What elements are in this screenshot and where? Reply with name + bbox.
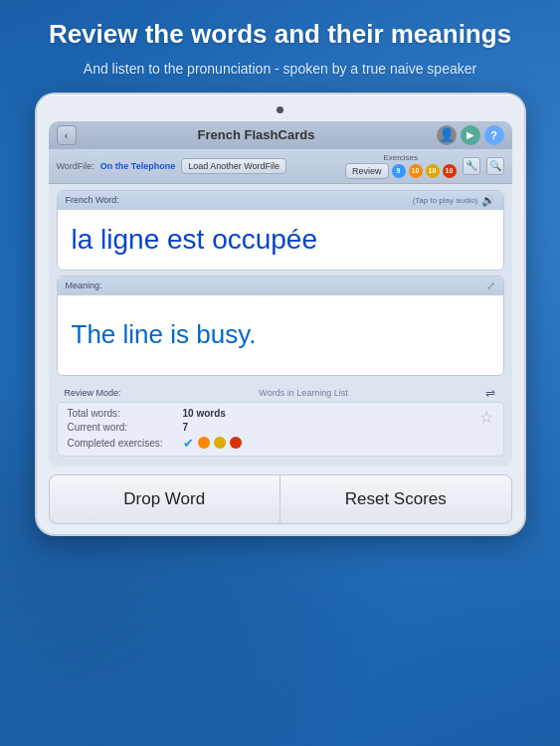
meaning-header: Meaning: ⤢	[58, 277, 503, 295]
meaning-card: Meaning: ⤢ The line is busy.	[57, 276, 504, 376]
settings-icon[interactable]: 🔧	[463, 157, 480, 175]
wordfile-label: WordFile:	[57, 161, 94, 171]
page-subtitle: And listen to the pronunciation - spoken…	[49, 59, 511, 79]
help-icon[interactable]: ?	[484, 125, 504, 145]
search-icon[interactable]: 🔍	[486, 157, 504, 175]
completed-row: Completed exercises: ✔	[68, 436, 242, 451]
french-word-header: French Word: (Tap to play audio) 🔊	[58, 191, 503, 210]
meaning-body: The line is busy.	[58, 295, 503, 375]
stats-rows: Total words: 10 words Current word: 7 Co…	[68, 408, 242, 451]
current-word-row: Current word: 7	[68, 422, 242, 433]
review-mode-header: Review Mode: Words in Learning List ⇌	[57, 383, 504, 402]
shuffle-icon[interactable]: ⇌	[485, 386, 495, 400]
meaning-label: Meaning:	[66, 280, 102, 290]
checkmark-icon: ✔	[183, 436, 194, 451]
current-word-value: 7	[183, 422, 189, 433]
review-button[interactable]: Review	[345, 163, 389, 179]
person-icon[interactable]: 👤	[437, 125, 457, 145]
dot-red	[230, 437, 242, 449]
load-wordfile-button[interactable]: Load Another WordFile	[181, 158, 286, 174]
badge-yellow: 10	[426, 164, 440, 178]
audio-hint: (Tap to play audio) 🔊	[413, 194, 495, 207]
exercises-label: Exercises	[383, 153, 418, 162]
tablet-frame: ‹ French FlashCards 👤 ▶ ? WordFile: On t…	[37, 94, 524, 534]
title-bar-icons: 👤 ▶ ?	[437, 125, 504, 145]
dot-orange	[198, 437, 210, 449]
page-title: Review the words and their meanings	[49, 18, 511, 51]
stats-box: Total words: 10 words Current word: 7 Co…	[57, 402, 504, 457]
app-title: French FlashCards	[83, 127, 431, 142]
reset-scores-button[interactable]: Reset Scores	[280, 474, 512, 524]
french-word-body: la ligne est occupée	[58, 210, 503, 270]
badge-blue: 9	[392, 164, 406, 178]
header-section: Review the words and their meanings And …	[49, 0, 511, 79]
tablet-camera	[277, 106, 283, 113]
main-content: French Word: (Tap to play audio) 🔊 la li…	[49, 184, 512, 466]
french-word-text: la ligne est occupée	[72, 223, 318, 257]
total-words-row: Total words: 10 words	[68, 408, 242, 419]
wordfile-name: On the Telephone	[100, 161, 175, 171]
badge-orange: 10	[409, 164, 423, 178]
bottom-buttons: Drop Word Reset Scores	[49, 474, 512, 524]
french-word-card[interactable]: French Word: (Tap to play audio) 🔊 la li…	[57, 190, 504, 271]
exercises-section: Exercises Review 9 10 10 10	[345, 153, 457, 179]
total-words-key: Total words:	[68, 408, 177, 419]
title-bar: ‹ French FlashCards 👤 ▶ ?	[49, 121, 512, 149]
meaning-expand-icon[interactable]: ⤢	[486, 280, 495, 292]
review-mode-section: Review Mode: Words in Learning List ⇌ To…	[57, 383, 504, 461]
speaker-icon: 🔊	[481, 194, 495, 207]
toolbar: WordFile: On the Telephone Load Another …	[49, 149, 512, 184]
review-mode-value: Words in Learning List	[259, 388, 347, 398]
star-icon[interactable]: ☆	[479, 408, 493, 427]
drop-word-button[interactable]: Drop Word	[49, 474, 280, 524]
app-chrome: ‹ French FlashCards 👤 ▶ ? WordFile: On t…	[49, 121, 512, 466]
review-mode-label: Review Mode:	[65, 388, 121, 398]
completed-key: Completed exercises:	[68, 438, 177, 449]
meaning-text: The line is busy.	[72, 318, 257, 352]
dot-icons: ✔	[183, 436, 242, 451]
play-icon[interactable]: ▶	[461, 125, 480, 145]
current-word-key: Current word:	[68, 422, 177, 433]
french-word-label: French Word:	[66, 195, 119, 205]
score-badges: Review 9 10 10 10	[345, 163, 457, 179]
dot-yellow	[214, 437, 226, 449]
total-words-value: 10 words	[183, 408, 226, 419]
back-button[interactable]: ‹	[57, 125, 77, 145]
badge-red: 10	[443, 164, 457, 178]
